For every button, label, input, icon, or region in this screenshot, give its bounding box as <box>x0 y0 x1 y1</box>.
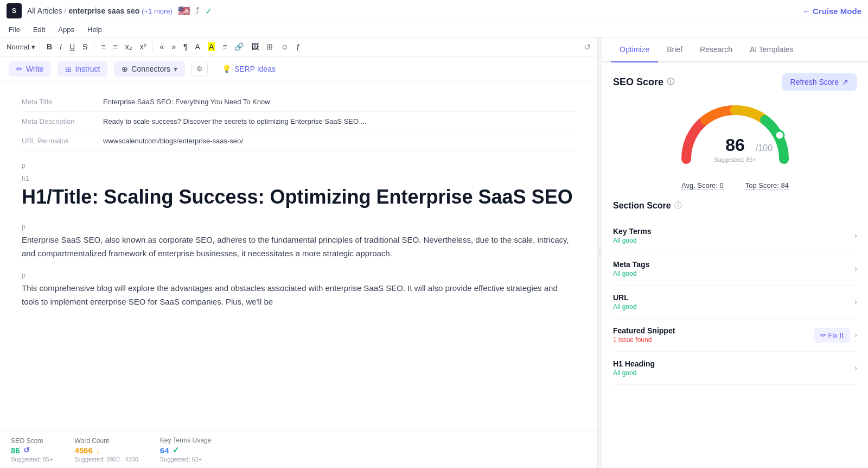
menu-bar: File Edit Apps Help <box>0 22 868 37</box>
keyterms-check-icon: ✓ <box>173 445 180 455</box>
write-label: Write <box>26 65 43 73</box>
tab-optimize[interactable]: Optimize <box>611 37 658 62</box>
right-panel: Optimize Brief Research AI Templates SEO… <box>602 37 868 468</box>
score-item-metatags-status: All good <box>613 270 649 277</box>
h1-tag: h1 <box>22 175 576 182</box>
seo-score-value: 86 <box>11 446 20 455</box>
article-title[interactable]: H1/Title: Scaling Success: Optimizing En… <box>22 185 576 210</box>
meta-title-value[interactable]: Enterprise SaaS SEO: Everything You Need… <box>103 98 270 106</box>
image-button[interactable]: 🖼 <box>249 41 261 53</box>
svg-text:86: 86 <box>725 135 745 155</box>
flag-icon[interactable]: 🇺🇸 <box>178 5 190 17</box>
breadcrumb-separator: / <box>65 7 67 15</box>
avg-score-label: Avg. Score: 0 <box>681 181 724 190</box>
article-paragraph-1[interactable]: Enterprise SaaS SEO, also known as corpo… <box>22 233 576 261</box>
bold-button[interactable]: B <box>44 41 54 53</box>
indent-left-button[interactable]: « <box>157 41 166 53</box>
resize-handle[interactable]: ⋮ <box>598 37 602 468</box>
svg-text:/100: /100 <box>756 143 773 153</box>
editor-section: Normal ▾ B I U S ≡ ≡ x₂ x² « » ¶ A A ≡ 🔗… <box>0 37 598 468</box>
indent-right-button[interactable]: » <box>169 41 178 53</box>
article-paragraph-2[interactable]: This comprehensive blog will explore the… <box>22 281 576 309</box>
cruise-mode-button[interactable]: ← Cruise Mode <box>802 7 861 16</box>
refresh-score-label: Refresh Score <box>790 78 839 86</box>
subscript-button[interactable]: x₂ <box>123 41 135 53</box>
seo-refresh-icon[interactable]: ↺ <box>23 446 30 454</box>
emoji-button[interactable]: ☺ <box>278 41 290 53</box>
undo-icon[interactable]: ↺ <box>584 42 591 52</box>
ordered-list-button[interactable]: ≡ <box>99 41 107 53</box>
top-score-stat[interactable]: Top Score: 84 <box>745 181 789 190</box>
superscript-button[interactable]: x² <box>138 41 149 53</box>
check-icon[interactable]: ✓ <box>205 6 212 16</box>
link-button[interactable]: 🔗 <box>232 41 246 53</box>
toolbar-divider-1 <box>40 41 40 52</box>
word-count-metric: Word Count 4566 ↓ Suggested: 3900 - 4300 <box>74 437 138 463</box>
table-button[interactable]: ⊞ <box>264 41 275 53</box>
serp-button[interactable]: 💡 SERP Ideas <box>214 61 283 77</box>
highlight-button[interactable]: A <box>206 41 217 53</box>
score-item-metatags-name: Meta Tags <box>613 260 649 269</box>
align-button[interactable]: ≡ <box>220 41 229 53</box>
word-count-arrow-icon: ↓ <box>96 446 100 455</box>
panel-content: SEO Score ⓘ Refresh Score ↗ <box>602 62 868 468</box>
menu-edit[interactable]: Edit <box>31 24 47 35</box>
keyterms-chevron-icon[interactable]: › <box>854 231 857 241</box>
tab-brief[interactable]: Brief <box>658 37 691 62</box>
logo: S <box>7 3 22 18</box>
seo-score-metric: SEO Score 86 ↺ Suggested: 85+ <box>11 437 53 463</box>
style-selector[interactable]: Normal ▾ <box>7 43 35 51</box>
strikethrough-button[interactable]: S <box>80 41 90 53</box>
underline-button[interactable]: U <box>67 41 77 53</box>
avg-score-stat[interactable]: Avg. Score: 0 <box>681 181 724 190</box>
connectors-icon: ⊕ <box>122 65 128 73</box>
paragraph-button[interactable]: ¶ <box>181 41 190 53</box>
settings-button[interactable]: ⚙ <box>192 61 208 77</box>
share-icon[interactable]: ⤴ <box>195 6 200 16</box>
score-item-metatags-left: Meta Tags All good <box>613 260 649 277</box>
content-area[interactable]: Meta Title Enterprise SaaS SEO: Everythi… <box>0 81 597 431</box>
top-bar: S All Articles / enterprise saas seo (+1… <box>0 0 868 22</box>
refresh-score-icon: ↗ <box>842 78 848 86</box>
tab-ai-templates[interactable]: AI Templates <box>741 37 802 62</box>
italic-button[interactable]: I <box>58 41 64 53</box>
fix-it-button[interactable]: ✏ Fix It <box>814 328 850 343</box>
score-item-keyterms-left: Key Terms All good <box>613 227 652 244</box>
breadcrumb-parent[interactable]: All Articles <box>27 7 62 15</box>
seo-score-info-icon[interactable]: ⓘ <box>667 77 674 87</box>
h1-chevron-icon[interactable]: › <box>854 363 857 373</box>
section-score-info-icon[interactable]: ⓘ <box>674 201 682 211</box>
panel-tabs: Optimize Brief Research AI Templates <box>602 37 868 62</box>
featured-chevron-icon[interactable]: › <box>854 330 857 340</box>
seo-score-title-text: SEO Score <box>613 77 663 88</box>
svg-text:Suggested: 85+: Suggested: 85+ <box>714 156 756 163</box>
bottom-bar: SEO Score 86 ↺ Suggested: 85+ Word Count… <box>0 431 597 468</box>
menu-apps[interactable]: Apps <box>56 24 76 35</box>
instruct-button[interactable]: ⊞ Instruct <box>58 61 107 77</box>
seo-gauge: 86 /100 Suggested: 85+ <box>613 99 857 170</box>
word-count-suggested: Suggested: 3900 - 4300 <box>74 456 138 463</box>
url-chevron-icon[interactable]: › <box>854 297 857 307</box>
meta-url-value[interactable]: wwwscalenutcom/blogs/enterprise-saas-seo… <box>103 137 243 145</box>
score-item-featured-snippet: Featured Snippet 1 issue found ✏ Fix It … <box>613 319 857 352</box>
connectors-button[interactable]: ⊕ Connectors ▾ <box>114 61 185 77</box>
menu-help[interactable]: Help <box>85 24 104 35</box>
formula-button[interactable]: ƒ <box>294 41 303 53</box>
top-score-label: Top Score: 84 <box>745 181 789 190</box>
tab-research[interactable]: Research <box>691 37 741 62</box>
keyterms-metric: Key Terms Usage 64 ✓ Suggested: 62+ <box>160 437 211 463</box>
write-button[interactable]: ✏ Write <box>9 61 51 77</box>
menu-file[interactable]: File <box>7 24 22 35</box>
font-color-button[interactable]: A <box>193 41 202 53</box>
write-icon: ✏ <box>16 65 23 73</box>
meta-desc-value[interactable]: Ready to scale success? Discover the sec… <box>103 117 367 125</box>
meta-title-row: Meta Title Enterprise SaaS SEO: Everythi… <box>22 92 576 112</box>
unordered-list-button[interactable]: ≡ <box>111 41 120 53</box>
metatags-chevron-icon[interactable]: › <box>854 264 857 274</box>
meta-url-label: URL Permalink <box>22 137 92 145</box>
refresh-score-button[interactable]: Refresh Score ↗ <box>782 73 857 91</box>
score-item-h1-left: H1 Heading All good <box>613 359 655 377</box>
seo-score-section: SEO Score ⓘ Refresh Score ↗ <box>613 73 857 91</box>
score-stats: Avg. Score: 0 Top Score: 84 <box>613 181 857 190</box>
breadcrumb-extra[interactable]: (+1 more) <box>142 7 173 15</box>
